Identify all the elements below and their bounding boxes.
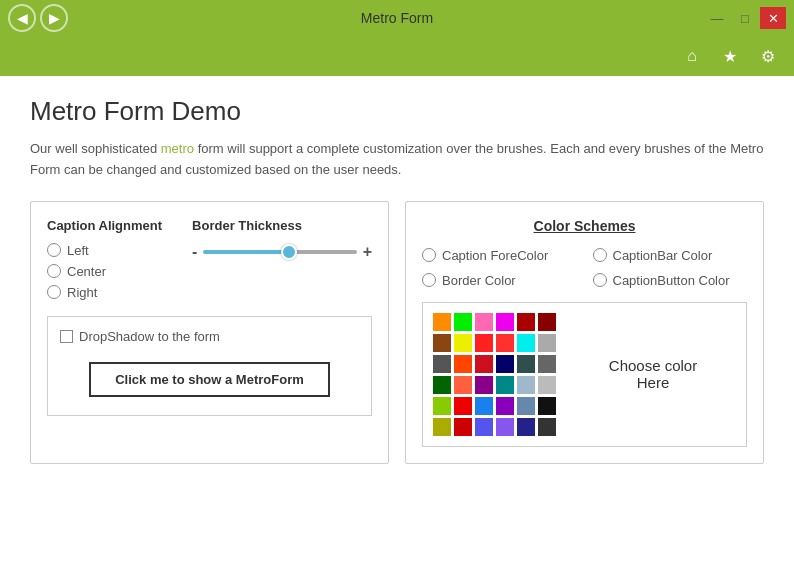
radio-captionbutton-color[interactable]: CaptionButton Color bbox=[593, 273, 748, 288]
radio-circle-captionbar bbox=[593, 248, 607, 262]
color-cell[interactable] bbox=[454, 355, 472, 373]
caption-forecolor-label: Caption ForeColor bbox=[442, 248, 548, 263]
title-bar-right: — □ ✕ bbox=[704, 7, 786, 29]
color-cell[interactable] bbox=[538, 355, 556, 373]
panels-container: Caption Alignment Left Center Right bbox=[30, 201, 764, 464]
radio-circle-caption-fore bbox=[422, 248, 436, 262]
minimize-button[interactable]: — bbox=[704, 7, 730, 29]
maximize-button[interactable]: □ bbox=[732, 7, 758, 29]
drop-shadow-box: DropShadow to the form Click me to show … bbox=[47, 316, 372, 416]
radio-left[interactable]: Left bbox=[47, 243, 162, 258]
color-cell[interactable] bbox=[433, 334, 451, 352]
color-cell[interactable] bbox=[454, 313, 472, 331]
radio-circle-border bbox=[422, 273, 436, 287]
border-thickness-label: Border Thickness bbox=[192, 218, 372, 233]
caption-alignment-radio-group: Left Center Right bbox=[47, 243, 162, 300]
color-schemes-title: Color Schemes bbox=[422, 218, 747, 234]
color-cell[interactable] bbox=[433, 376, 451, 394]
settings-icon[interactable]: ⚙ bbox=[754, 42, 782, 70]
color-cell[interactable] bbox=[517, 355, 535, 373]
title-bar-left: ◀ ▶ bbox=[8, 4, 68, 32]
color-cell[interactable] bbox=[538, 376, 556, 394]
forward-button[interactable]: ▶ bbox=[40, 4, 68, 32]
home-icon[interactable]: ⌂ bbox=[678, 42, 706, 70]
color-cell[interactable] bbox=[517, 313, 535, 331]
page-description: Our well sophisticated metro form will s… bbox=[30, 139, 764, 181]
back-button[interactable]: ◀ bbox=[8, 4, 36, 32]
color-cell[interactable] bbox=[454, 397, 472, 415]
color-cell[interactable] bbox=[475, 334, 493, 352]
color-cell[interactable] bbox=[475, 313, 493, 331]
color-scheme-radio-grid: Caption ForeColor CaptionBar Color Borde… bbox=[422, 248, 747, 288]
radio-right-label: Right bbox=[67, 285, 97, 300]
color-cell[interactable] bbox=[454, 418, 472, 436]
color-cell[interactable] bbox=[538, 397, 556, 415]
color-cell[interactable] bbox=[454, 376, 472, 394]
radio-center[interactable]: Center bbox=[47, 264, 162, 279]
color-cell[interactable] bbox=[517, 397, 535, 415]
color-cell[interactable] bbox=[538, 334, 556, 352]
captionbutton-color-label: CaptionButton Color bbox=[613, 273, 730, 288]
radio-center-label: Center bbox=[67, 264, 106, 279]
caption-alignment-label: Caption Alignment bbox=[47, 218, 162, 233]
color-cell[interactable] bbox=[475, 376, 493, 394]
radio-right[interactable]: Right bbox=[47, 285, 162, 300]
color-cell[interactable] bbox=[433, 355, 451, 373]
slider-plus: + bbox=[363, 243, 372, 261]
border-color-label: Border Color bbox=[442, 273, 516, 288]
color-cell[interactable] bbox=[496, 334, 514, 352]
radio-captionbar-color[interactable]: CaptionBar Color bbox=[593, 248, 748, 263]
captionbar-color-label: CaptionBar Color bbox=[613, 248, 713, 263]
color-cell[interactable] bbox=[496, 418, 514, 436]
color-cell[interactable] bbox=[517, 334, 535, 352]
slider-thumb[interactable] bbox=[281, 244, 297, 260]
radio-circle-right bbox=[47, 285, 61, 299]
caption-alignment-section: Caption Alignment Left Center Right bbox=[47, 218, 162, 300]
radio-left-label: Left bbox=[67, 243, 89, 258]
click-me-button[interactable]: Click me to show a MetroForm bbox=[89, 362, 330, 397]
metro-link[interactable]: metro bbox=[161, 141, 194, 156]
color-cell[interactable] bbox=[433, 313, 451, 331]
star-icon[interactable]: ★ bbox=[716, 42, 744, 70]
color-cell[interactable] bbox=[475, 355, 493, 373]
color-cell[interactable] bbox=[496, 397, 514, 415]
color-cell[interactable] bbox=[475, 418, 493, 436]
page-title: Metro Form Demo bbox=[30, 96, 764, 127]
color-cell[interactable] bbox=[475, 397, 493, 415]
dropshadow-label: DropShadow to the form bbox=[79, 329, 220, 344]
slider-minus: - bbox=[192, 243, 197, 261]
color-cell[interactable] bbox=[517, 376, 535, 394]
window-title: Metro Form bbox=[361, 10, 433, 26]
radio-border-color[interactable]: Border Color bbox=[422, 273, 577, 288]
color-cell[interactable] bbox=[496, 355, 514, 373]
top-row: Caption Alignment Left Center Right bbox=[47, 218, 372, 300]
radio-caption-forecolor[interactable]: Caption ForeColor bbox=[422, 248, 577, 263]
close-button[interactable]: ✕ bbox=[760, 7, 786, 29]
slider-track[interactable] bbox=[203, 250, 356, 254]
color-cell[interactable] bbox=[496, 313, 514, 331]
left-panel: Caption Alignment Left Center Right bbox=[30, 201, 389, 464]
color-cell[interactable] bbox=[433, 397, 451, 415]
dropshadow-checkbox[interactable] bbox=[60, 330, 73, 343]
radio-circle-captionbtn bbox=[593, 273, 607, 287]
color-cell[interactable] bbox=[538, 313, 556, 331]
color-cell[interactable] bbox=[454, 334, 472, 352]
radio-circle-center bbox=[47, 264, 61, 278]
toolbar: ⌂ ★ ⚙ bbox=[0, 36, 794, 76]
dropshadow-checkbox-label[interactable]: DropShadow to the form bbox=[60, 329, 220, 344]
color-cell[interactable] bbox=[538, 418, 556, 436]
color-picker-area: Choose colorHere bbox=[422, 302, 747, 447]
color-cell[interactable] bbox=[433, 418, 451, 436]
title-bar: ◀ ▶ Metro Form — □ ✕ bbox=[0, 0, 794, 36]
color-cell[interactable] bbox=[517, 418, 535, 436]
right-panel: Color Schemes Caption ForeColor CaptionB… bbox=[405, 201, 764, 464]
choose-color-text: Choose colorHere bbox=[570, 357, 736, 391]
border-thickness-section: Border Thickness - + bbox=[192, 218, 372, 300]
color-cell[interactable] bbox=[496, 376, 514, 394]
slider-row: - + bbox=[192, 243, 372, 261]
color-grid bbox=[433, 313, 556, 436]
radio-circle-left bbox=[47, 243, 61, 257]
content-area: Metro Form Demo Our well sophisticated m… bbox=[0, 76, 794, 580]
